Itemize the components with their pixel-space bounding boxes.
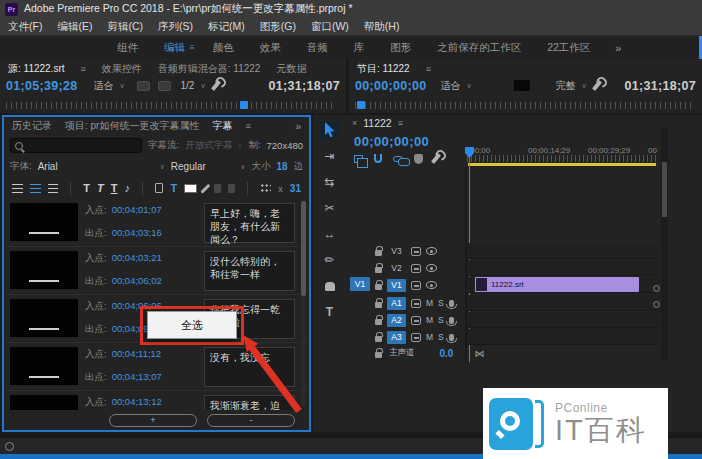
- workspace-libraries[interactable]: 库: [341, 41, 378, 55]
- program-scrubber[interactable]: [355, 102, 692, 109]
- caption-text[interactable]: 没什么特别的，和往常一样: [204, 251, 295, 291]
- align-center-icon[interactable]: [30, 184, 41, 193]
- track-name-a3[interactable]: A3: [387, 331, 406, 344]
- sync-lock-icon[interactable]: [411, 333, 421, 342]
- track-header-master[interactable]: 主声道 0.0 ⋈: [348, 345, 498, 361]
- track-lane-v3[interactable]: [467, 243, 659, 259]
- workspace-assembly[interactable]: 组件: [104, 41, 151, 55]
- in-timecode[interactable]: 00;04;01;07: [112, 204, 162, 217]
- panel-menu-icon[interactable]: ≡: [426, 64, 431, 74]
- timeline-settings-wrench-icon[interactable]: [431, 153, 441, 164]
- nest-sequence-icon[interactable]: [354, 155, 363, 163]
- menu-edit[interactable]: 编辑(E): [57, 20, 92, 34]
- track-lane-a1[interactable]: [467, 295, 659, 311]
- settings-wrench-icon[interactable]: [592, 80, 602, 91]
- color-swatch[interactable]: [184, 184, 197, 193]
- caption-row[interactable]: 入点:00;04;01;07 出点:00;04;03;16 早上好，嗨，老朋友，…: [6, 199, 307, 247]
- workspace-audio[interactable]: 音频: [294, 41, 341, 55]
- lock-icon[interactable]: [375, 267, 382, 273]
- workspace-effects[interactable]: 效果: [247, 41, 294, 55]
- workspace-color[interactable]: 颜色: [200, 41, 247, 55]
- track-header-a3[interactable]: A3 M S: [348, 329, 465, 345]
- menu-help[interactable]: 帮助(H): [364, 20, 400, 34]
- timeline-vertical-scrollbar[interactable]: [661, 128, 668, 361]
- out-timecode[interactable]: 00;04;06;02: [112, 275, 162, 288]
- panel-menu-icon[interactable]: ≡: [398, 118, 403, 128]
- linked-selection-icon[interactable]: [393, 156, 403, 162]
- source-patch-v1[interactable]: V1: [350, 277, 370, 291]
- tab-metadata[interactable]: 元数据: [276, 62, 306, 76]
- out-timecode[interactable]: 00;04;03;16: [112, 227, 162, 240]
- source-playhead[interactable]: [240, 101, 248, 109]
- tab-effect-controls[interactable]: 效果控件: [102, 62, 142, 76]
- mute-button[interactable]: M: [426, 298, 433, 308]
- tab-program[interactable]: 节目: 11222: [357, 62, 410, 76]
- mic-icon[interactable]: [449, 334, 454, 341]
- source-current-timecode[interactable]: 01;05;39;28: [6, 79, 77, 93]
- razor-tool[interactable]: ✂: [320, 199, 340, 217]
- font-style-select[interactable]: Regular: [171, 159, 246, 174]
- fit-icon[interactable]: ⋈: [474, 348, 484, 359]
- font-family-select[interactable]: Arial: [38, 159, 165, 174]
- track-name-v1[interactable]: V1: [387, 279, 406, 292]
- in-timecode[interactable]: 00;04;03;21: [112, 252, 162, 265]
- hand-tool[interactable]: [320, 277, 340, 295]
- snap-icon[interactable]: [374, 154, 382, 163]
- lock-icon[interactable]: [375, 336, 382, 342]
- master-volume-value[interactable]: 0.0: [440, 348, 454, 359]
- program-current-timecode[interactable]: 00;00;00;00: [355, 79, 426, 93]
- track-header-v2[interactable]: V2: [348, 260, 465, 276]
- add-caption-button[interactable]: +: [109, 414, 197, 427]
- lock-icon[interactable]: [375, 302, 382, 308]
- workspace-menu-icon[interactable]: ≡: [190, 43, 195, 52]
- track-header-a2[interactable]: A2 M S: [348, 312, 465, 328]
- workspace-overflow-chevron[interactable]: »: [615, 42, 621, 54]
- timeline-tab[interactable]: × 11222 ≡: [352, 117, 403, 129]
- mute-button[interactable]: M: [426, 332, 433, 342]
- time-ruler[interactable]: [467, 155, 659, 162]
- menu-clip[interactable]: 剪辑(C): [107, 20, 143, 34]
- in-timecode[interactable]: 00;04;13;12: [112, 396, 162, 409]
- menu-file[interactable]: 文件(F): [8, 20, 42, 34]
- close-icon[interactable]: ×: [352, 118, 357, 128]
- sequence-name[interactable]: 11222: [363, 117, 391, 129]
- panel-menu-icon[interactable]: ≡: [245, 121, 250, 131]
- bold-button[interactable]: T: [83, 183, 90, 194]
- caption-text[interactable]: 没有，我没忘: [204, 347, 295, 387]
- panel-menu-icon[interactable]: ≡: [81, 64, 86, 74]
- menu-marker[interactable]: 标记(M): [208, 20, 245, 34]
- menu-window[interactable]: 窗口(W): [311, 20, 349, 34]
- lock-icon[interactable]: [375, 319, 382, 325]
- align-left-icon[interactable]: [12, 184, 23, 193]
- track-name-a2[interactable]: A2: [387, 314, 406, 327]
- source-zoom-select[interactable]: 适合: [93, 79, 124, 93]
- mic-icon[interactable]: [449, 317, 454, 324]
- menu-sequence[interactable]: 序列(S): [158, 20, 193, 34]
- eyedropper-icon[interactable]: [200, 183, 210, 193]
- eye-icon[interactable]: [426, 247, 437, 255]
- program-quality-select[interactable]: 完整: [556, 79, 587, 93]
- mute-button[interactable]: M: [426, 315, 433, 325]
- caption-search-box[interactable]: [10, 138, 142, 153]
- pen-tool[interactable]: ✏: [320, 251, 340, 269]
- italic-button[interactable]: T: [97, 183, 104, 194]
- counter-value[interactable]: 31: [290, 183, 301, 194]
- selection-tool[interactable]: [320, 121, 340, 139]
- caption-text[interactable]: 我渐渐衰老，迫切地想和你共事: [204, 395, 295, 410]
- lock-icon[interactable]: [375, 352, 382, 358]
- tab-history[interactable]: 历史记录: [12, 119, 52, 133]
- drag-video-icon[interactable]: [137, 81, 150, 91]
- track-name-v2[interactable]: V2: [387, 262, 406, 275]
- caption-row[interactable]: 入点:00;04;13;12 出点: 我渐渐衰老，迫切地想和你共事: [6, 391, 307, 410]
- align-right-icon[interactable]: [48, 184, 59, 193]
- lock-icon[interactable]: [375, 250, 382, 256]
- tab-source[interactable]: 源: 11222.srt: [8, 62, 65, 76]
- caption-row[interactable]: 入点:00;04;03;21 出点:00;04;06;02 没什么特别的，和往常…: [6, 247, 307, 295]
- marker-icon[interactable]: [414, 154, 423, 164]
- workspace-graphics[interactable]: 图形: [377, 41, 424, 55]
- caption-block-icon[interactable]: [155, 183, 164, 193]
- remove-caption-button[interactable]: -: [207, 414, 295, 427]
- lock-icon[interactable]: [375, 284, 382, 290]
- tabs-overflow-chevron[interactable]: »: [295, 121, 301, 132]
- track-header-v1[interactable]: V1 V1: [348, 277, 465, 293]
